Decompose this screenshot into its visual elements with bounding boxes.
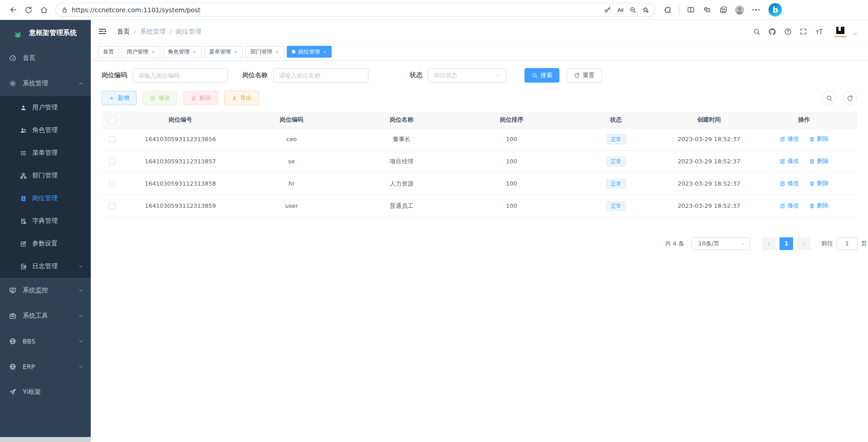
export-button[interactable]: 导出 bbox=[224, 91, 259, 105]
split-screen-button[interactable] bbox=[683, 2, 698, 18]
table-row[interactable]: 1641030593112313859 user 普通员工 100 正常 202… bbox=[102, 195, 857, 217]
page-number-button[interactable]: 1 bbox=[780, 237, 793, 250]
more-dots-icon bbox=[752, 9, 760, 11]
fullscreen-icon[interactable] bbox=[799, 28, 807, 35]
sidebar-item-monitoring[interactable]: 系统监控 bbox=[0, 278, 91, 303]
column-header-status: 状态 bbox=[565, 112, 667, 128]
tab-home[interactable]: 首页 bbox=[98, 46, 119, 58]
user-avatar[interactable] bbox=[833, 25, 848, 39]
row-checkbox[interactable] bbox=[109, 181, 115, 187]
sidebar-item-bbs[interactable]: BBS bbox=[0, 329, 91, 354]
page-size-select[interactable]: 10条/页 bbox=[691, 237, 750, 250]
close-icon[interactable] bbox=[151, 50, 155, 54]
trash-icon bbox=[191, 95, 196, 101]
row-edit-link[interactable]: 修改 bbox=[780, 201, 799, 210]
sidebar-item-erp[interactable]: ERP bbox=[0, 354, 91, 379]
zoom-out-button[interactable] bbox=[627, 4, 639, 16]
sidebar-item-menus[interactable]: 菜单管理 bbox=[0, 142, 91, 164]
select-all-checkbox[interactable] bbox=[109, 117, 115, 123]
breadcrumb-home[interactable]: 首页 bbox=[117, 28, 130, 36]
row-delete-link[interactable]: 删除 bbox=[809, 201, 829, 210]
post-name-input[interactable] bbox=[273, 68, 368, 83]
row-delete-link[interactable]: 删除 bbox=[809, 179, 829, 187]
refresh-button[interactable] bbox=[21, 2, 36, 18]
user-icon bbox=[20, 104, 27, 111]
help-icon[interactable] bbox=[784, 28, 792, 35]
lock-icon[interactable] bbox=[61, 6, 68, 13]
sidebar-item-departments[interactable]: 部门管理 bbox=[0, 164, 91, 187]
collections-button[interactable] bbox=[716, 2, 731, 18]
post-code-input[interactable] bbox=[132, 68, 228, 83]
font-size-icon[interactable] bbox=[815, 27, 824, 36]
edit-button[interactable]: 修改 bbox=[142, 91, 177, 105]
next-page-button[interactable] bbox=[797, 237, 810, 250]
favorite-star-button[interactable] bbox=[639, 4, 652, 16]
close-icon[interactable] bbox=[323, 50, 327, 54]
refresh-icon bbox=[847, 95, 853, 102]
row-edit-link[interactable]: 修改 bbox=[780, 157, 799, 165]
sidebar-item-users[interactable]: 用户管理 bbox=[0, 96, 91, 119]
book-icon bbox=[20, 218, 27, 225]
sidebar-item-logs[interactable]: 日志管理 bbox=[0, 255, 91, 278]
sidebar-item-parameters[interactable]: 参数设置 bbox=[0, 232, 91, 255]
breadcrumb-current: 岗位管理 bbox=[176, 28, 201, 36]
sidebar-item-tools[interactable]: 系统工具 bbox=[0, 303, 91, 329]
reset-button[interactable]: 重置 bbox=[567, 68, 602, 83]
bing-chat-button[interactable]: b bbox=[768, 3, 782, 17]
row-checkbox[interactable] bbox=[109, 158, 115, 165]
read-aloud-button[interactable] bbox=[614, 4, 627, 16]
tags-view-bar: 首页 用户管理 角色管理 菜单管理 部门管理 岗位管理 bbox=[91, 43, 868, 60]
cell-created: 2023-03-29 18:52:37 bbox=[667, 172, 751, 195]
favorites-button[interactable] bbox=[699, 2, 715, 18]
password-key-button[interactable] bbox=[601, 4, 614, 16]
search-icon[interactable] bbox=[753, 28, 760, 35]
edit-square-icon bbox=[780, 158, 785, 164]
sidebar-item-roles[interactable]: 角色管理 bbox=[0, 119, 91, 142]
cell-post-sort: 100 bbox=[458, 150, 565, 172]
row-delete-link[interactable]: 删除 bbox=[809, 157, 829, 165]
close-icon[interactable] bbox=[234, 50, 238, 54]
show-search-button[interactable] bbox=[822, 91, 836, 105]
search-button[interactable]: 搜索 bbox=[525, 68, 559, 83]
row-edit-link[interactable]: 修改 bbox=[780, 179, 799, 187]
tab-menu-management[interactable]: 菜单管理 bbox=[204, 46, 243, 58]
tab-post-management[interactable]: 岗位管理 bbox=[287, 46, 332, 58]
home-button[interactable] bbox=[36, 2, 52, 18]
row-delete-link[interactable]: 删除 bbox=[809, 135, 829, 143]
extensions-button[interactable] bbox=[660, 2, 675, 18]
github-icon[interactable] bbox=[768, 28, 776, 36]
url-text[interactable]: https://ccnetcore.com:1101/system/post bbox=[72, 6, 601, 14]
row-checkbox[interactable] bbox=[109, 136, 115, 142]
horizontal-scrollbar[interactable] bbox=[0, 437, 91, 442]
tab-department-management[interactable]: 部门管理 bbox=[245, 46, 284, 58]
sidebar-item-dictionary[interactable]: 字典管理 bbox=[0, 210, 91, 232]
goto-page-input[interactable] bbox=[837, 237, 858, 250]
status-select[interactable]: 岗位状态 bbox=[428, 68, 506, 83]
row-checkbox[interactable] bbox=[109, 203, 115, 209]
back-button[interactable] bbox=[5, 2, 21, 18]
refresh-table-button[interactable] bbox=[843, 91, 857, 105]
table-row[interactable]: 1641030593112313857 se 项目经理 100 正常 2023-… bbox=[102, 150, 857, 172]
tab-role-management[interactable]: 角色管理 bbox=[163, 46, 201, 58]
sidebar-item-home[interactable]: 首页 bbox=[0, 45, 91, 71]
close-icon[interactable] bbox=[192, 50, 196, 54]
close-icon[interactable] bbox=[275, 50, 279, 54]
add-button[interactable]: 新增 bbox=[102, 91, 137, 105]
prev-page-button[interactable] bbox=[762, 237, 776, 250]
delete-button[interactable]: 删除 bbox=[183, 91, 218, 105]
column-header-actions: 操作 bbox=[751, 112, 857, 128]
table-row[interactable]: 1641030593112313856 ceo 董事长 100 正常 2023-… bbox=[102, 128, 857, 150]
sidebar-item-yi-framework[interactable]: Yi框架 bbox=[0, 379, 91, 405]
sidebar-toggle-button[interactable] bbox=[98, 27, 107, 36]
user-menu-caret-icon[interactable] bbox=[853, 31, 858, 36]
address-bar[interactable]: https://ccnetcore.com:1101/system/post bbox=[55, 3, 655, 17]
profile-button[interactable] bbox=[732, 2, 747, 18]
app-header: 首页 / 系统管理 / 岗位管理 bbox=[91, 20, 868, 43]
sidebar-item-posts[interactable]: 岗位管理 bbox=[0, 187, 91, 210]
row-edit-link[interactable]: 修改 bbox=[780, 135, 799, 143]
sidebar-item-system[interactable]: 系统管理 bbox=[0, 71, 91, 96]
cell-post-code: se bbox=[238, 150, 345, 172]
table-row[interactable]: 1641030593112313858 hr 人力资源 100 正常 2023-… bbox=[102, 172, 857, 195]
more-menu-button[interactable] bbox=[748, 2, 764, 18]
tab-user-management[interactable]: 用户管理 bbox=[122, 46, 160, 58]
